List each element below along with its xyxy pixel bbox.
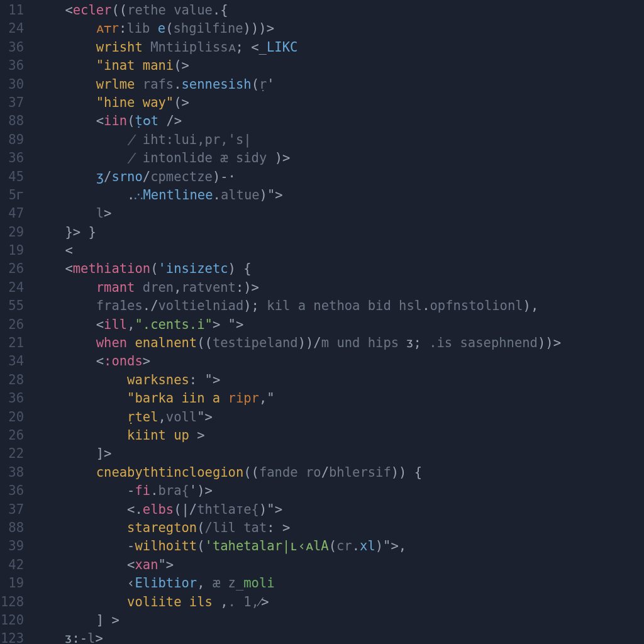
code-line[interactable]: 22 ]>	[0, 446, 644, 464]
token: ]	[96, 446, 104, 461]
code-content[interactable]: <ill,".cents.i"> ">	[34, 317, 644, 332]
code-content[interactable]: fra1es./voltielniad); kil a nethoa bid h…	[34, 298, 644, 313]
code-content[interactable]: ]>	[34, 446, 644, 461]
code-content[interactable]: <xan">	[34, 557, 644, 572]
code-line[interactable]: 42 <xan">	[0, 557, 644, 575]
token: rmant	[96, 280, 143, 295]
token: wrlme	[96, 77, 143, 92]
code-content[interactable]: "inat mani(>	[34, 58, 644, 73]
token: >	[143, 353, 150, 369]
code-content[interactable]: ᴀᴛr:lib e(shgilfine)))>	[34, 21, 644, 36]
code-content[interactable]: wrlme rafs.sennesish(ṛ'	[34, 77, 644, 92]
token: thtlaте{	[197, 502, 259, 517]
code-line[interactable]: 123 ᴣ:-l>	[0, 631, 644, 644]
code-line[interactable]: 29 }> }	[0, 225, 644, 243]
code-line[interactable]: 19 ‹Elibtior, æ z_moli	[0, 575, 644, 594]
token: (	[197, 538, 204, 553]
code-line[interactable]: 20 ṛtel,voll">	[0, 409, 644, 428]
code-line[interactable]: 26 <ill,".cents.i"> ">	[0, 317, 644, 335]
code-line[interactable]: 26 <methiation('insizetc) {	[0, 261, 644, 279]
code-content[interactable]: when enalnent((testipeland))/m und hips …	[34, 335, 644, 350]
code-content[interactable]: "hine way"(>	[34, 95, 644, 110]
token: :onds	[104, 353, 143, 369]
token: ')>	[189, 483, 213, 498]
code-line[interactable]: 36 "barka iin a ripr,"	[0, 391, 644, 409]
code-content[interactable]: staregton(/lil tat: >	[34, 520, 644, 535]
token: }	[80, 225, 96, 240]
code-content[interactable]: l>	[34, 206, 644, 221]
code-line[interactable]: 24 ᴀᴛr:lib e(shgilfine)))>	[0, 21, 644, 39]
code-content[interactable]: <methiation('insizetc) {	[34, 261, 644, 276]
code-line[interactable]: 36 wrisht Mntiiplissᴀ; <_LIKC	[0, 40, 644, 58]
code-line[interactable]: 39 -wilhoitt('tahetalar|ʟ‹ᴀlA(cr.xl)">,	[0, 538, 644, 557]
token: />	[158, 113, 182, 128]
code-line[interactable]: 55 fra1es./voltielniad); kil a nethoa bi…	[0, 298, 644, 316]
token: ((	[197, 335, 213, 350]
code-line[interactable]: 45 ʒ/srno/cpmectze)-·	[0, 169, 644, 187]
token: (	[252, 77, 259, 92]
code-line[interactable]: 89 / iht:lui,pr,'s|	[0, 132, 644, 150]
token: "hine way"	[96, 95, 174, 110]
code-line[interactable]: 37 "hine way"(>	[0, 95, 644, 113]
code-content[interactable]: ᴣ:-l>	[34, 631, 644, 644]
code-content[interactable]: }> }	[34, 225, 644, 240]
code-content[interactable]: <.elbs(|/thtlaте{)">	[34, 502, 644, 517]
token: iht:lui,pr,'s|	[143, 132, 252, 147]
token: ">	[228, 317, 244, 332]
code-content[interactable]: "barka iin a ripr,"	[34, 391, 644, 406]
code-content[interactable]: <iin(ṭᴏt />	[34, 113, 644, 128]
code-content[interactable]: ] >	[34, 613, 644, 628]
token: voll	[166, 409, 197, 425]
code-content[interactable]: ‹Elibtior, æ z_moli	[34, 575, 644, 591]
code-content[interactable]: / iht:lui,pr,'s|	[34, 132, 644, 147]
code-line[interactable]: 38 cneabythtincloegion((fande ro/bhlersi…	[0, 465, 644, 483]
code-content[interactable]: -fi.bra{')>	[34, 483, 644, 498]
code-line[interactable]: 36 / intonlide æ sidy )>	[0, 150, 644, 169]
code-line[interactable]: 36 "inat mani(>	[0, 58, 644, 76]
code-content[interactable]: warksnes: ">	[34, 372, 644, 387]
code-line[interactable]: 30 wrlme rafs.sennesish(ṛ'	[0, 77, 644, 95]
code-line[interactable]: 36 -fi.bra{')>	[0, 483, 644, 501]
code-content[interactable]: <:onds>	[34, 353, 644, 369]
code-line[interactable]: 11 <ecler((rethe value.{	[0, 3, 644, 21]
code-content[interactable]: -wilhoitt('tahetalar|ʟ‹ᴀlA(cr.xl)">,	[34, 538, 644, 553]
token: shgilfine	[174, 21, 243, 36]
code-line[interactable]: 21 when enalnent((testipeland))/m und hi…	[0, 335, 644, 353]
code-content[interactable]: / intonlide æ sidy )>	[34, 150, 644, 165]
code-content[interactable]: ṛtel,voll">	[34, 409, 644, 425]
code-content[interactable]: <	[34, 243, 644, 258]
token: voliite ils	[127, 594, 220, 609]
line-number: 88	[0, 113, 34, 128]
code-editor[interactable]: 11 <ecler((rethe value.{24 ᴀᴛr:lib e(shg…	[0, 0, 644, 644]
code-content[interactable]: rmant dren,ratvent:)>	[34, 280, 644, 295]
code-content[interactable]: ʒ/srno/cpmectze)-·	[34, 169, 644, 184]
code-content[interactable]: voliite ils ,. 1,⁄>	[34, 594, 644, 609]
token: m und hips	[321, 335, 407, 350]
code-content[interactable]: <ecler((rethe value.{	[34, 3, 644, 18]
token: l	[96, 206, 104, 221]
code-line[interactable]: 37 <.elbs(|/thtlaте{)">	[0, 502, 644, 520]
token: intonlide	[143, 150, 220, 165]
code-line[interactable]: 34 <:onds>	[0, 353, 644, 372]
code-line[interactable]: 128 voliite ils ,. 1,⁄>	[0, 594, 644, 613]
code-content[interactable]: .⸫Mentlinee.altue)">	[34, 187, 644, 203]
code-line[interactable]: 88 <iin(ṭᴏt />	[0, 113, 644, 131]
code-content[interactable]: wrisht Mntiiplissᴀ; <_LIKC	[34, 40, 644, 55]
code-content[interactable]: cneabythtincloegion((fande ro/bhlersif))…	[34, 465, 644, 480]
code-line[interactable]: 120 ] >	[0, 613, 644, 631]
code-line[interactable]: 24 rmant dren,ratvent:)>	[0, 280, 644, 298]
code-content[interactable]: kiint up >	[34, 428, 644, 443]
token: /	[321, 465, 329, 480]
token: .	[127, 187, 135, 203]
code-line[interactable]: 28 warksnes: ">	[0, 372, 644, 391]
code-line[interactable]: 47 l>	[0, 206, 644, 224]
code-line[interactable]: 19 <	[0, 243, 644, 261]
code-line[interactable]: 88 staregton(/lil tat: >	[0, 520, 644, 538]
line-number: 37	[0, 502, 34, 517]
token: "barka iin a	[127, 391, 228, 406]
code-line[interactable]: 26 kiint up >	[0, 428, 644, 446]
token: l	[87, 631, 95, 644]
token: kil a nethoa bid hsl	[267, 298, 422, 313]
token: ,	[158, 409, 165, 425]
code-line[interactable]: 5ᴦ .⸫Mentlinee.altue)">	[0, 187, 644, 206]
